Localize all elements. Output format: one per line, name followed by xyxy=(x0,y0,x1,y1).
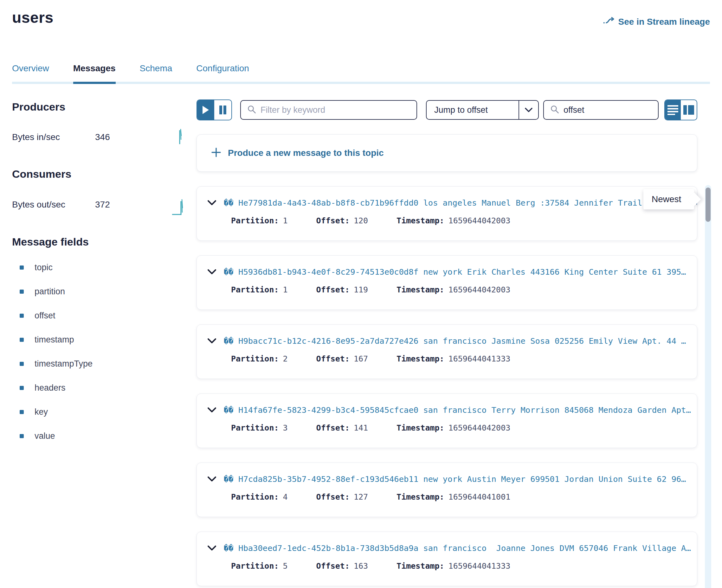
timestamp-label: Timestamp: xyxy=(396,561,445,571)
bytes-in-value: 346 xyxy=(95,132,110,142)
message-key: H7cda825b-35b7-4952-88ef-c193d546eb11 ne… xyxy=(238,474,686,484)
chevron-down-icon[interactable] xyxy=(208,338,216,344)
message-meta: Partition:5Offset:163Timestamp:165964404… xyxy=(231,561,697,571)
field-bullet-icon xyxy=(20,314,24,318)
binary-prefix: �� xyxy=(224,543,238,553)
tab-overview[interactable]: Overview xyxy=(12,63,49,82)
consumers-heading: Consumers xyxy=(12,168,187,180)
produce-message-button[interactable]: Produce a new message to this topic xyxy=(197,134,697,172)
field-item-timestampType[interactable]: timestampType xyxy=(20,359,187,369)
timestamp-label: Timestamp: xyxy=(396,354,445,363)
play-button[interactable] xyxy=(197,100,214,120)
offset-label: Offset: xyxy=(316,561,350,571)
tab-configuration[interactable]: Configuration xyxy=(196,63,249,82)
message-row[interactable]: �� H9bacc71c-b12c-4216-8e95-2a7da727e426… xyxy=(197,324,697,379)
field-bullet-icon xyxy=(20,434,24,438)
message-fields-list: topic partition offset timestamp timesta… xyxy=(12,262,187,441)
field-item-headers[interactable]: headers xyxy=(20,383,187,393)
offset-value: 167 xyxy=(354,354,368,363)
timestamp-value: 1659644042003 xyxy=(449,216,511,225)
message-row[interactable]: �� H7cda825b-35b7-4952-88ef-c193d546eb11… xyxy=(197,463,697,517)
chevron-down-icon[interactable] xyxy=(518,101,538,119)
topic-messages-page: users See in Stream lineage Overview Mes… xyxy=(0,0,722,588)
field-label: timestampType xyxy=(35,359,92,369)
messages-toolbar: Jump to offset xyxy=(197,100,697,120)
partition-value: 3 xyxy=(283,423,288,433)
message-meta: Partition:1Offset:120Timestamp:165964404… xyxy=(231,216,697,225)
partition-label: Partition: xyxy=(231,423,279,433)
message-meta: Partition:1Offset:119Timestamp:165964404… xyxy=(231,285,697,294)
offset-search-input[interactable] xyxy=(563,105,652,115)
scrollbar-track[interactable] xyxy=(705,185,711,588)
search-icon xyxy=(550,105,559,115)
timestamp-label: Timestamp: xyxy=(396,216,445,225)
bytes-out-label: Bytes out/sec xyxy=(12,200,95,210)
field-label: partition xyxy=(35,287,65,296)
produce-message-label: Produce a new message to this topic xyxy=(228,148,384,158)
message-meta: Partition:2Offset:167Timestamp:165964404… xyxy=(231,354,697,363)
timestamp-value: 1659644042003 xyxy=(449,285,511,294)
message-row[interactable]: �� He77981da-4a43-48ab-b8f8-cb71b96ffdd0… xyxy=(197,186,697,241)
field-item-offset[interactable]: offset xyxy=(20,311,187,321)
bytes-in-label: Bytes in/sec xyxy=(12,132,95,142)
plus-icon xyxy=(211,148,221,159)
producers-heading: Producers xyxy=(12,101,187,113)
chevron-down-icon[interactable] xyxy=(208,269,216,275)
message-meta: Partition:4Offset:127Timestamp:165964404… xyxy=(231,492,697,502)
jump-to-offset-select[interactable]: Jump to offset xyxy=(426,100,539,120)
field-item-partition[interactable]: partition xyxy=(20,287,187,296)
field-bullet-icon xyxy=(20,290,24,294)
page-title: users xyxy=(12,9,54,26)
tab-schema[interactable]: Schema xyxy=(140,63,172,82)
message-row[interactable]: �� H14fa67fe-5823-4299-b3c4-595845cfcae0… xyxy=(197,394,697,448)
offset-label: Offset: xyxy=(316,216,350,225)
filter-input[interactable] xyxy=(261,105,410,115)
message-row[interactable]: �� H5936db81-b943-4e0f-8c29-74513e0c0d8f… xyxy=(197,255,697,310)
field-item-timestamp[interactable]: timestamp xyxy=(20,335,187,345)
offset-label: Offset: xyxy=(316,285,350,294)
offset-value: 141 xyxy=(354,423,368,433)
offset-label: Offset: xyxy=(316,354,350,363)
chevron-down-icon[interactable] xyxy=(208,407,216,413)
field-bullet-icon xyxy=(20,338,24,342)
bytes-in-sparkline xyxy=(174,126,187,148)
field-label: value xyxy=(35,431,55,441)
chevron-down-icon[interactable] xyxy=(208,477,216,482)
field-bullet-icon xyxy=(20,410,24,414)
message-list: �� He77981da-4a43-48ab-b8f8-cb71b96ffdd0… xyxy=(197,186,697,586)
newest-label: Newest xyxy=(652,194,681,204)
partition-value: 2 xyxy=(283,354,288,363)
message-row[interactable]: �� Hba30eed7-1edc-452b-8b1a-738d3b5d8a9a… xyxy=(197,532,697,586)
view-mode-toggle xyxy=(664,100,697,120)
field-item-topic[interactable]: topic xyxy=(20,262,187,272)
tab-messages[interactable]: Messages xyxy=(73,63,116,82)
chevron-down-icon[interactable] xyxy=(208,200,216,206)
offset-value: 163 xyxy=(354,561,368,571)
sidebar: Producers Bytes in/sec 346 Consumers Byt… xyxy=(12,101,187,455)
partition-value: 4 xyxy=(283,492,288,502)
partition-label: Partition: xyxy=(231,216,279,225)
partition-value: 1 xyxy=(283,285,288,294)
message-key: Hba30eed7-1edc-452b-8b1a-738d3b5d8a9a sa… xyxy=(238,543,691,553)
field-item-key[interactable]: key xyxy=(20,407,187,417)
message-key: H5936db81-b943-4e0f-8c29-74513e0c0d8f ne… xyxy=(238,267,686,277)
timestamp-label: Timestamp: xyxy=(396,423,445,433)
field-label: timestamp xyxy=(35,335,74,345)
binary-prefix: �� xyxy=(224,267,238,277)
bytes-in-metric: Bytes in/sec 346 xyxy=(12,126,187,148)
message-fields-heading: Message fields xyxy=(12,236,187,248)
field-item-value[interactable]: value xyxy=(20,431,187,441)
message-key: H14fa67fe-5823-4299-b3c4-595845cfcae0 sa… xyxy=(238,405,691,415)
stream-lineage-link[interactable]: See in Stream lineage xyxy=(603,17,710,27)
chevron-down-icon[interactable] xyxy=(208,546,216,551)
filter-field xyxy=(240,100,417,120)
scrollbar-thumb[interactable] xyxy=(705,188,710,222)
pause-button[interactable] xyxy=(214,100,231,120)
offset-value: 127 xyxy=(354,492,368,502)
bytes-out-sparkline xyxy=(172,197,187,218)
newest-indicator-tooltip: Newest xyxy=(643,189,694,209)
list-view-button[interactable] xyxy=(665,100,681,120)
column-view-button[interactable] xyxy=(681,100,697,120)
stream-lineage-label: See in Stream lineage xyxy=(618,17,710,27)
timestamp-value: 1659644041333 xyxy=(449,561,511,571)
